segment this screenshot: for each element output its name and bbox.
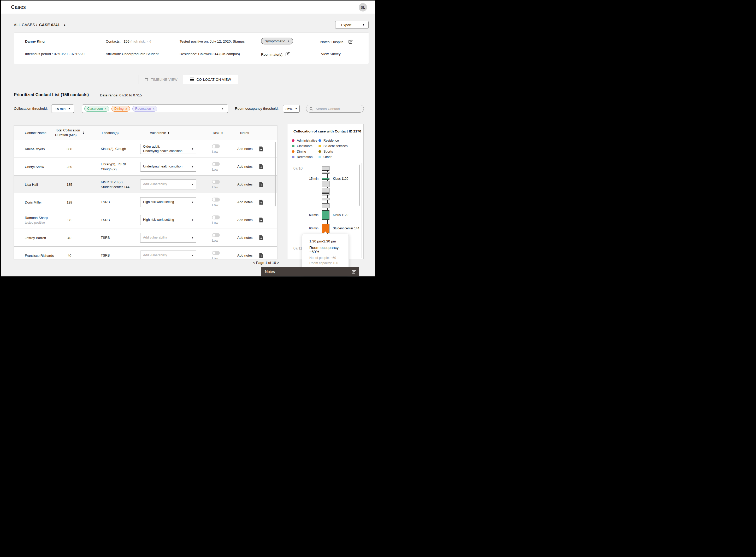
pagination[interactable]: < Page 1 of 10 > [236,261,279,265]
block-location-label: Student center 144 [333,227,359,230]
vulnerable-dropdown[interactable]: Older adult,Underlying health condition▼ [140,144,196,154]
vulnerable-dropdown[interactable]: High risk work setting▼ [140,197,196,207]
add-notes-link[interactable]: Add notes [237,147,253,151]
timeline-block-gray[interactable] [322,198,329,200]
block-duration-label: 60 min [309,213,318,217]
view-survey-link[interactable]: View Survey [321,52,341,56]
vulnerable-dropdown[interactable]: Add vulnerability▼ [140,251,196,260]
risk-toggle[interactable] [212,180,220,184]
timeline-block-gray[interactable] [322,166,329,171]
legend-item-classroom: Classroom [292,143,318,149]
location-filter-select[interactable]: ClassroomxDiningxRecreationx▼ [82,105,228,113]
locations: TSRB [101,253,140,258]
chevron-down-icon: ▼ [191,183,194,186]
risk-toggle[interactable] [212,162,220,166]
timeline-scrollbar[interactable] [359,165,360,206]
tooltip-time: 1:30 pm-2:30 pm [309,239,348,243]
risk-cell: Low [212,215,220,225]
vulnerable-dropdown[interactable]: Add vulnerability▼ [140,233,196,243]
add-note-icon[interactable] [259,182,263,187]
chevron-down-icon: ▼ [221,107,224,110]
col-risk: Risk ▲▼ [213,131,223,135]
timeline-block-gray[interactable] [322,181,329,187]
add-notes-link[interactable]: Add notes [237,218,253,222]
add-note-icon[interactable] [259,217,263,223]
timeline-connector [324,208,327,210]
timeline-block-gray[interactable] [322,188,329,193]
filter-chip-dining[interactable]: Diningx [112,106,130,112]
filter-chip-recreation[interactable]: Recreationx [132,106,157,112]
chip-remove-icon[interactable]: x [125,107,127,111]
vulnerable-dropdown[interactable]: Add vulnerability▼ [140,179,196,189]
risk-level: Low [212,167,218,171]
timeline-block-classroom[interactable]: 60 minKlaus 1120 [322,210,329,220]
timeline-block-classroom[interactable]: 15 minKlaus 1120 [322,178,329,180]
risk-toggle[interactable] [212,233,220,237]
chevron-down-icon: ▼ [287,40,289,42]
edit-roommates-icon[interactable] [285,52,290,57]
export-button[interactable]: Export ▼ [335,21,369,29]
tooltip-people: No. of people: ~60 [309,256,348,260]
risk-toggle[interactable] [212,215,220,219]
filter-chip-classroom[interactable]: Classroomx [84,106,109,112]
table-scrollbar[interactable] [275,142,276,206]
legend-item-dining: Dining [292,149,318,154]
timeline-block-gray[interactable] [322,193,329,196]
vulnerable-dropdown[interactable]: High risk work setting▼ [140,215,196,225]
case-notes: Notes: Hospita... [320,39,353,45]
contacts-high-risk-note: (high risk: - -) [130,39,151,43]
legend-dot-icon [318,156,321,158]
user-avatar[interactable]: SL [359,3,367,11]
vulnerable-dropdown[interactable]: Underlying health condition▼ [140,162,196,172]
add-notes-link[interactable]: Add notes [237,200,253,204]
tab-timeline-view[interactable]: TIMELINE VIEW [139,75,183,84]
edit-notes-icon[interactable] [348,39,353,45]
chip-remove-icon[interactable]: x [153,107,154,111]
collocation-duration: 50 [61,218,78,222]
table-row: Doris Miller128TSRBHigh risk work settin… [14,193,277,211]
sort-icon[interactable]: ▲▼ [168,131,169,134]
add-notes-link[interactable]: Add notes [237,182,253,186]
risk-cell: Low [212,162,220,171]
table-header: Contact Name Total Collocation Duration … [14,126,277,140]
breadcrumb-all-cases[interactable]: ALL CASES / [14,23,37,27]
timeline-block-gray[interactable] [322,172,329,174]
add-note-icon[interactable] [259,146,263,151]
add-notes-link[interactable]: Add notes [237,254,253,257]
room-occupancy-threshold-label: Room occupancy threshold: [235,107,279,111]
risk-toggle[interactable] [212,198,220,201]
room-occupancy-dropdown[interactable]: 25% ▼ [283,105,300,113]
add-note-icon[interactable] [259,253,263,258]
chevron-down-icon: ▼ [68,107,70,110]
search-input[interactable] [316,107,357,111]
add-note-icon[interactable] [259,200,263,205]
collocation-threshold-dropdown[interactable]: 15 min ▼ [51,105,74,113]
timeline-connector [324,200,327,203]
chip-remove-icon[interactable]: x [105,107,106,111]
table-body: Arlene Myers300Klaus(2), CloughOlder adu… [14,140,277,259]
risk-toggle[interactable] [212,251,220,255]
add-notes-link[interactable]: Add notes [237,165,253,169]
add-note-icon[interactable] [259,164,263,169]
contact-name: Cheryl Shaw [25,165,61,169]
timeline-block-gray[interactable] [322,203,329,208]
contact-name: Ramona Sharptested positive [25,215,61,224]
collapse-case-icon[interactable]: ▲ [63,24,66,26]
edit-notes-bar-icon[interactable] [352,270,356,274]
chevron-down-icon: ▼ [191,201,194,204]
risk-level: Low [212,221,218,225]
add-notes-link[interactable]: Add notes [237,236,253,240]
sort-icon[interactable]: ▲▼ [83,131,84,134]
locations: TSRB [101,217,140,223]
notes-bar[interactable]: Notes [261,267,359,276]
symptom-status-dropdown[interactable]: Symptomatic ▼ [261,38,293,45]
tab-colocation-view[interactable]: CO-LOCATION VIEW [183,75,238,84]
add-note-icon[interactable] [259,235,263,240]
chevron-down-icon: ▼ [191,236,194,239]
risk-level: Low [212,149,218,153]
case-notes-link[interactable]: Notes: Hospita... [320,40,346,44]
sort-icon[interactable]: ▲▼ [221,131,223,134]
list-icon [190,78,194,81]
risk-toggle[interactable] [212,144,220,148]
search-contact-box [306,105,364,113]
